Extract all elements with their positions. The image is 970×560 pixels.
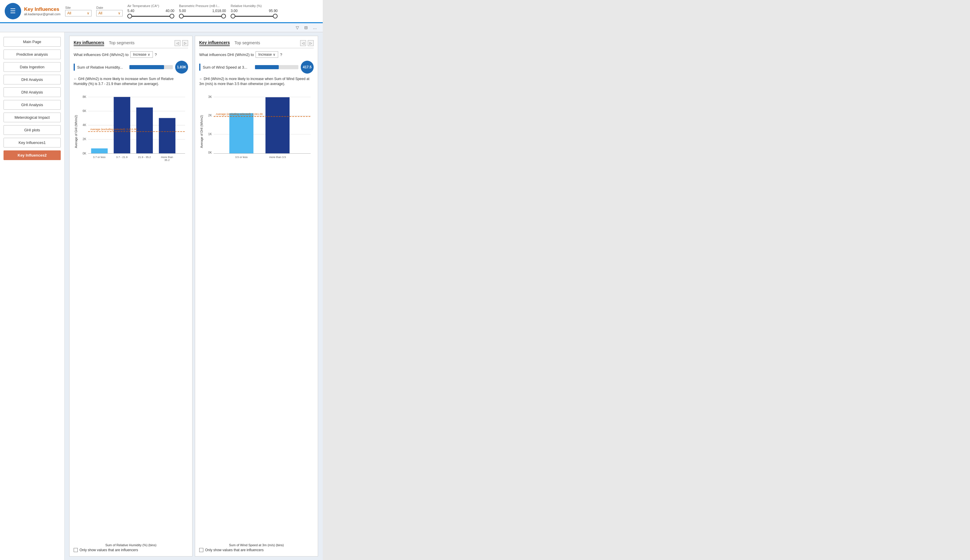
sidebar-item-meteo[interactable]: Meterological Impact [3,113,61,122]
air-temp-filter: Air Temperature (CA°) 5.40 40.00 [127,4,174,18]
left-influence-label: Sum of Relative Humidity... [77,65,127,70]
right-influence-indicator [199,63,200,71]
sidebar-item-dhi[interactable]: DHI Analysis [3,75,61,85]
right-question-mark: ? [280,52,282,57]
right-question-prefix: What influences DHI (Wh/m2) to [199,52,254,57]
right-x-label: Sum of Wind Speed at 3m (m/s) (bins) [199,543,314,547]
left-chart-container: Average of GHI (Wh/m2) 8K 6K 4K 2K 0K [73,90,188,552]
more-icon[interactable]: … [312,24,318,31]
sidebar-item-dni[interactable]: DNI Analysis [3,87,61,97]
bar-219-352[interactable] [136,107,153,153]
barometric-slider[interactable] [179,14,226,18]
sidebar-item-predictive[interactable]: Predictive analysis [3,50,61,59]
left-panel-tabs: Key influencers Top segments ◁ ▷ [73,40,188,48]
sidebar-item-ghi-plots[interactable]: GHI plots [3,125,61,135]
air-temp-max: 40.00 [165,9,174,13]
svg-text:more than 3.5: more than 3.5 [269,156,286,158]
svg-text:35.2: 35.2 [164,158,170,162]
sidebar-item-key1[interactable]: Key Influences1 [3,138,61,147]
left-panel: Key influencers Top segments ◁ ▷ What in… [69,36,192,557]
svg-text:more than: more than [161,156,173,158]
right-only-influencers: Only show values that are influencers [199,548,314,552]
right-bar-chart: Average of DHI (Wh/m2) 3K 2K 1K 0K [199,90,314,168]
left-influence-badge: 1.83K [175,61,188,73]
svg-text:6K: 6K [83,109,87,113]
right-influence-bar: Sum of Wind Speed at 3... 417.5 [199,61,314,73]
right-panel: Key influencers Top segments ◁ ▷ What in… [195,36,318,557]
site-filter: Site All ∨ [65,6,92,17]
header: ☰ Key Influences ali.kadampur@gmail.com … [0,0,323,23]
date-filter-label: Date [96,6,123,9]
nav-forward-left[interactable]: ▷ [182,40,188,46]
right-influence-label: Sum of Wind Speed at 3... [203,65,253,70]
logo-icon[interactable]: ☰ [5,3,21,19]
layout-icon[interactable]: ⊟ [303,24,309,31]
filter-icon[interactable]: ▽ [294,24,301,31]
left-description: ← GHI (Wh/m2) is more likely to increase… [73,77,188,87]
humidity-filter: Relative Humidity (%) 3.00 95.90 [230,4,277,18]
right-bar-track [255,65,299,69]
sidebar-item-key2[interactable]: Key Influences2 [3,150,61,160]
right-bar-fill [255,65,279,69]
tab-key-influencers-left[interactable]: Key influencers [73,40,104,46]
sidebar-item-ghi[interactable]: GHI Analysis [3,100,61,110]
site-filter-label: Site [65,6,92,9]
svg-text:3K: 3K [208,95,212,98]
svg-text:8K: 8K [83,95,87,98]
humidity-slider[interactable] [230,14,277,18]
logo-text: Key Influences ali.kadampur@gmail.com [24,7,60,16]
right-chart-container: Average of DHI (Wh/m2) 3K 2K 1K 0K [199,90,314,552]
date-filter-select[interactable]: All ∨ [96,10,123,17]
tab-top-segments-left[interactable]: Top segments [109,40,134,46]
air-temp-slider[interactable] [127,14,174,18]
tab-key-influencers-right[interactable]: Key influencers [199,40,230,46]
svg-text:1K: 1K [208,133,212,136]
right-bar-35-less[interactable] [229,113,254,153]
svg-text:3.7 or less: 3.7 or less [93,156,106,158]
svg-text:0K: 0K [208,151,212,154]
nav-back-right[interactable]: ◁ [300,40,306,46]
humidity-label: Relative Humidity (%) [230,4,277,8]
svg-text:Average of DHI (Wh/m2): Average of DHI (Wh/m2) [200,115,203,148]
svg-text:21.9 - 35.2: 21.9 - 35.2 [138,156,151,158]
bar-37-219[interactable] [114,97,130,153]
left-bar-fill [129,65,164,69]
svg-text:2K: 2K [83,138,87,141]
sidebar-item-data-ingestion[interactable]: Data Ingestion [3,62,61,72]
svg-text:4K: 4K [83,123,87,127]
svg-text:3.5 or less: 3.5 or less [235,156,248,158]
main-layout: Main Page Predictive analysis Data Inges… [0,32,323,560]
left-question: What influences GHI (Wh/m2) to Increase … [73,51,188,58]
left-influencers-label: Only show values that are influencers [80,548,138,552]
right-panel-nav: ◁ ▷ [300,40,314,46]
left-influence-indicator [73,63,75,71]
left-x-label: Sum of Relative Humidity (%) (bins) [73,543,188,547]
barometric-filter: Barometric Pressure (mB l... 5.00 1,018.… [179,4,226,18]
barometric-min: 5.00 [179,9,186,13]
air-temp-min: 5.40 [127,9,134,13]
logo-area: ☰ Key Influences ali.kadampur@gmail.com [5,3,60,19]
left-influencers-checkbox[interactable] [73,548,78,552]
toolbar: ▽ ⊟ … [0,23,323,32]
content-area: Key influencers Top segments ◁ ▷ What in… [65,32,323,560]
left-panel-nav: ◁ ▷ [175,40,188,46]
right-avg-label: Average (excluding selected): 2,041.00 [215,113,262,115]
right-bar-35-more[interactable] [265,97,290,153]
left-question-prefix: What influences GHI (Wh/m2) to [73,52,129,57]
bar-37-less[interactable] [91,148,108,153]
site-filter-select[interactable]: All ∨ [65,10,92,17]
sidebar-item-main-page[interactable]: Main Page [3,37,61,47]
barometric-label: Barometric Pressure (mB l... [179,4,226,8]
bar-35-more[interactable] [159,118,175,153]
right-influencers-checkbox[interactable] [199,548,203,552]
humidity-min: 3.00 [230,9,237,13]
svg-text:0K: 0K [83,152,87,155]
right-question-dropdown[interactable]: Increase ∨ [255,51,278,58]
left-question-dropdown[interactable]: Increase ∨ [130,51,153,58]
left-only-influencers: Only show values that are influencers [73,548,188,552]
right-description: ← DHI (Wh/m2) is more likely to increase… [199,77,314,87]
nav-forward-right[interactable]: ▷ [308,40,314,46]
tab-top-segments-right[interactable]: Top segments [234,40,260,46]
nav-back-left[interactable]: ◁ [175,40,180,46]
left-avg-label: Average (excluding selected): 5,011.80 [90,128,137,130]
